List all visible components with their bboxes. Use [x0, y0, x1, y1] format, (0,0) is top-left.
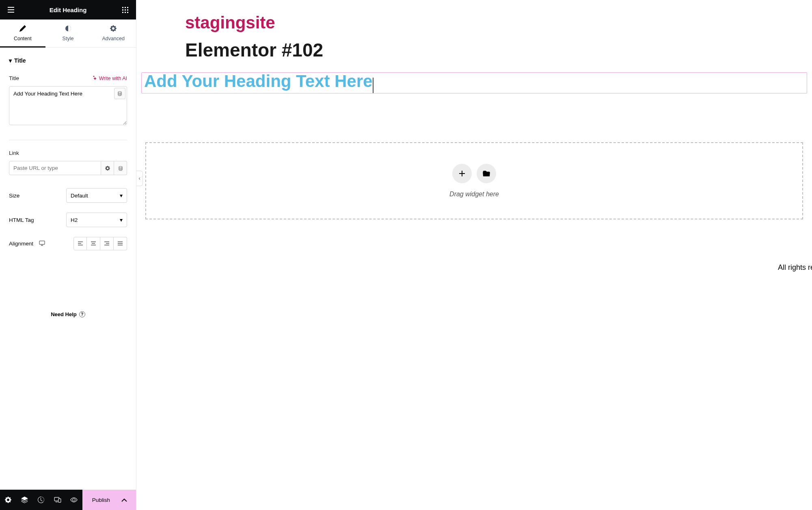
svg-rect-2: [127, 7, 128, 8]
site-title[interactable]: stagingsite: [185, 13, 812, 33]
dynamic-tags-button[interactable]: [114, 88, 125, 99]
caret-up-icon: [121, 497, 127, 503]
history-button[interactable]: [33, 490, 50, 510]
section-label: Title: [14, 57, 26, 64]
link-options-button[interactable]: [101, 161, 114, 175]
align-justify-button[interactable]: [114, 237, 127, 250]
ai-link-label: Write with AI: [99, 76, 127, 81]
size-select[interactable]: Default ▾: [66, 188, 127, 203]
need-help-link[interactable]: Need Help ?: [9, 311, 127, 317]
chevron-left-icon: ‹: [139, 176, 140, 181]
svg-rect-12: [58, 499, 61, 502]
hamburger-icon: [7, 7, 15, 13]
editor-sidebar: Edit Heading Content Style Advanced ▾: [0, 0, 136, 510]
navigator-button[interactable]: [17, 490, 33, 510]
help-label: Need Help: [51, 311, 77, 317]
widgets-button[interactable]: [118, 3, 132, 17]
alignment-buttons: [73, 237, 127, 250]
write-with-ai-link[interactable]: Write with AI: [93, 75, 127, 81]
field-label: Title: [9, 75, 19, 81]
text-cursor: [373, 78, 374, 93]
align-center-icon: [91, 241, 96, 246]
caret-down-icon: ▾: [120, 217, 123, 223]
divider: [9, 140, 127, 140]
svg-rect-6: [122, 12, 123, 13]
field-label: Alignment: [9, 241, 33, 247]
footer-text: All rights re: [778, 263, 812, 272]
devices-icon: [54, 497, 61, 503]
help-icon: ?: [79, 311, 85, 317]
add-template-button[interactable]: [477, 164, 496, 183]
align-right-icon: [104, 241, 110, 246]
svg-rect-8: [127, 12, 128, 13]
database-icon: [118, 166, 123, 171]
responsive-button[interactable]: [50, 490, 66, 510]
grid-icon: [122, 7, 128, 13]
link-input[interactable]: [9, 161, 101, 175]
layers-icon: [21, 497, 28, 503]
section-toggle-title[interactable]: ▾ Title: [9, 57, 127, 64]
svg-rect-4: [125, 9, 126, 11]
drop-zone[interactable]: Drag widget here: [145, 142, 803, 219]
folder-icon: [483, 170, 490, 176]
collapse-panel-button[interactable]: ‹: [136, 171, 143, 186]
settings-button[interactable]: [0, 490, 17, 510]
eye-icon: [70, 497, 78, 502]
svg-rect-7: [125, 12, 126, 13]
plus-icon: [459, 170, 465, 177]
field-size: Size Default ▾: [9, 188, 127, 203]
gear-icon: [110, 25, 117, 33]
drop-zone-label: Drag widget here: [449, 191, 499, 198]
align-left-icon: [78, 241, 83, 246]
tab-advanced[interactable]: Advanced: [91, 20, 136, 47]
heading-text[interactable]: Add Your Heading Text Here: [144, 73, 372, 90]
tab-content[interactable]: Content: [0, 20, 45, 48]
field-label: HTML Tag: [9, 217, 34, 223]
sidebar-title: Edit Heading: [18, 7, 118, 13]
gear-icon: [5, 497, 11, 503]
preview-button[interactable]: [66, 490, 82, 510]
panel-body: ▾ Title Title Write with AI: [0, 48, 136, 490]
tab-style[interactable]: Style: [45, 20, 91, 47]
page-title: Elementor #102: [185, 39, 812, 61]
field-link: Link: [9, 150, 127, 175]
svg-rect-5: [127, 9, 128, 11]
title-textarea[interactable]: [9, 86, 127, 125]
html-tag-select[interactable]: H2 ▾: [66, 213, 127, 227]
field-alignment: Alignment: [9, 237, 127, 250]
style-icon: [65, 25, 71, 33]
responsive-icon[interactable]: [39, 240, 45, 247]
align-right-button[interactable]: [100, 237, 114, 250]
panel-tabs: Content Style Advanced: [0, 20, 136, 48]
tab-label: Advanced: [102, 36, 125, 41]
desktop-icon: [39, 241, 45, 246]
svg-rect-10: [39, 241, 45, 244]
caret-down-icon: ▾: [120, 192, 123, 199]
align-center-button[interactable]: [87, 237, 100, 250]
gear-icon: [105, 166, 110, 171]
preview-canvas: ‹ stagingsite Elementor #102 Add Your He…: [136, 0, 812, 510]
dynamic-tags-button[interactable]: [114, 161, 127, 175]
publish-label: Publish: [92, 497, 110, 503]
pencil-icon: [19, 25, 26, 33]
sidebar-header: Edit Heading: [0, 0, 136, 20]
add-section-button[interactable]: [452, 164, 472, 183]
tab-label: Content: [14, 36, 32, 41]
menu-button[interactable]: [4, 3, 18, 17]
field-html-tag: HTML Tag H2 ▾: [9, 213, 127, 227]
select-value: Default: [71, 193, 88, 199]
select-value: H2: [71, 217, 78, 223]
database-icon: [117, 91, 122, 96]
sidebar-footer: Publish: [0, 490, 136, 510]
field-label: Link: [9, 150, 19, 156]
field-title: Title Write with AI: [9, 75, 127, 127]
field-label: Size: [9, 193, 19, 199]
publish-button[interactable]: Publish: [82, 490, 136, 510]
history-icon: [38, 497, 44, 503]
caret-down-icon: ▾: [9, 57, 12, 64]
heading-widget[interactable]: Add Your Heading Text Here: [141, 72, 807, 93]
align-left-button[interactable]: [73, 237, 87, 250]
svg-rect-0: [122, 7, 123, 8]
tab-label: Style: [63, 36, 74, 41]
align-justify-icon: [117, 241, 123, 246]
